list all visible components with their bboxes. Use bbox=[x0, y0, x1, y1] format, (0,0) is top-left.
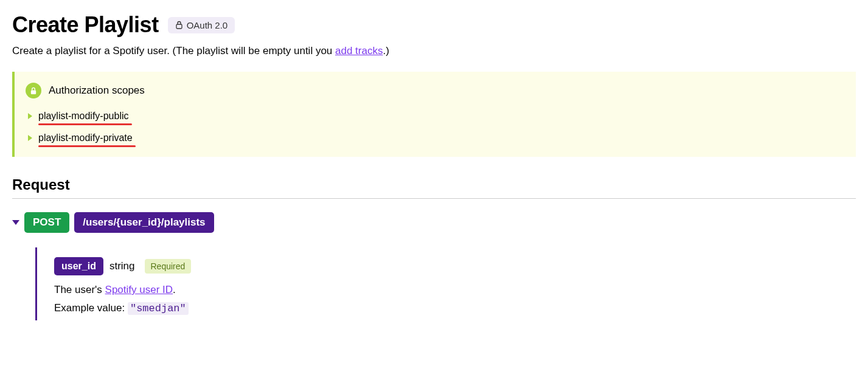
spotify-user-id-link[interactable]: Spotify user ID bbox=[105, 284, 173, 295]
auth-title: Authorization scopes bbox=[49, 84, 145, 97]
expand-icon bbox=[28, 135, 32, 141]
annotation-underline bbox=[38, 145, 136, 147]
scope-item-public[interactable]: playlist-modify-public bbox=[28, 111, 844, 122]
svg-rect-1 bbox=[31, 90, 36, 94]
request-heading: Request bbox=[12, 176, 856, 193]
lock-circle-icon bbox=[26, 83, 41, 98]
param-desc-prefix: The user's bbox=[54, 284, 105, 295]
http-method-badge: POST bbox=[24, 212, 69, 233]
param-name-badge: user_id bbox=[54, 257, 103, 275]
endpoint-path-badge: /users/{user_id}/playlists bbox=[74, 212, 214, 233]
param-desc-suffix: . bbox=[173, 284, 176, 295]
oauth-badge-text: OAuth 2.0 bbox=[187, 20, 228, 30]
lock-icon bbox=[175, 21, 183, 29]
authorization-scopes-box: Authorization scopes playlist-modify-pub… bbox=[12, 72, 856, 157]
collapse-icon[interactable] bbox=[12, 220, 19, 225]
svg-rect-0 bbox=[176, 24, 182, 29]
page-header: Create Playlist OAuth 2.0 bbox=[12, 12, 856, 38]
param-type: string bbox=[109, 260, 135, 272]
auth-header: Authorization scopes bbox=[26, 83, 844, 98]
scope-label: playlist-modify-public bbox=[38, 111, 129, 122]
example-value: "smedjan" bbox=[128, 302, 189, 315]
param-description: The user's Spotify user ID. bbox=[54, 284, 856, 296]
endpoint-row: POST /users/{user_id}/playlists bbox=[12, 212, 856, 233]
oauth-badge: OAuth 2.0 bbox=[168, 17, 235, 33]
section-divider bbox=[12, 198, 856, 199]
parameter-block: user_id string Required The user's Spoti… bbox=[35, 247, 856, 320]
required-badge: Required bbox=[145, 259, 192, 274]
param-example: Example value: "smedjan" bbox=[54, 302, 856, 314]
scope-label: playlist-modify-private bbox=[38, 133, 133, 143]
desc-suffix: .) bbox=[383, 45, 389, 57]
page-title: Create Playlist bbox=[12, 12, 159, 38]
expand-icon bbox=[28, 113, 32, 119]
example-label: Example value: bbox=[54, 302, 128, 314]
desc-prefix: Create a playlist for a Spotify user. (T… bbox=[12, 45, 335, 57]
scope-item-private[interactable]: playlist-modify-private bbox=[28, 133, 844, 143]
page-description: Create a playlist for a Spotify user. (T… bbox=[12, 45, 856, 57]
add-tracks-link[interactable]: add tracks bbox=[335, 45, 383, 57]
param-header: user_id string Required bbox=[54, 257, 856, 275]
annotation-underline bbox=[38, 123, 132, 125]
